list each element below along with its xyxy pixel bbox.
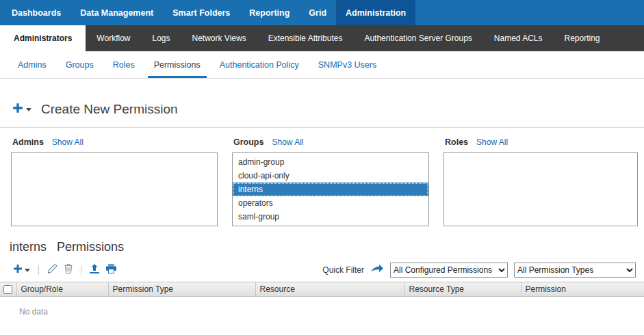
roles-column-header: Roles Show All — [445, 137, 638, 147]
subtab-admins[interactable]: Admins — [8, 51, 56, 78]
nav-data-management[interactable]: Data Management — [70, 0, 163, 25]
tab-named-acls[interactable]: Named ACLs — [483, 25, 554, 51]
trash-icon — [64, 264, 73, 276]
upload-button[interactable] — [90, 264, 99, 276]
caret-down-icon — [26, 108, 31, 111]
column-header-resource[interactable]: Resource — [255, 282, 404, 297]
subtab-authentication-policy[interactable]: Authentication Policy — [210, 51, 309, 78]
nav-smart-folders[interactable]: Smart Folders — [163, 0, 240, 25]
groups-column: Groups Show All admin-group cloud-api-on… — [232, 136, 429, 226]
permissions-table: Group/Role Permission Type Resource Reso… — [0, 282, 644, 335]
admins-label: Admins — [12, 137, 44, 147]
tertiary-nav: Admins Groups Roles Permissions Authenti… — [0, 51, 644, 79]
no-data-message: No data — [0, 297, 644, 335]
tab-network-views[interactable]: Network Views — [181, 25, 257, 51]
nav-administration[interactable]: Administration — [336, 0, 415, 25]
groups-listbox[interactable]: admin-group cloud-api-only interns opera… — [232, 152, 429, 226]
create-section-title: Create New Permission — [41, 102, 178, 117]
caret-down-icon — [25, 269, 30, 272]
groups-label: Groups — [233, 137, 263, 147]
list-item-selected[interactable]: interns — [233, 183, 428, 196]
permissions-toolbar: Quick Filter All Configured Permissions … — [10, 263, 636, 278]
select-all-checkbox[interactable] — [3, 285, 12, 294]
upload-icon — [90, 264, 99, 276]
secondary-nav: Administrators Workflow Logs Network Vie… — [0, 25, 644, 51]
add-button[interactable] — [13, 264, 30, 276]
tab-extensible-attributes[interactable]: Extensible Attributes — [257, 25, 354, 51]
primary-nav: Dashboards Data Management Smart Folders… — [0, 0, 644, 25]
create-permission-section: Create New Permission — [0, 102, 644, 128]
add-permission-button[interactable] — [12, 103, 31, 116]
column-header-resource-type[interactable]: Resource Type — [404, 282, 521, 297]
groups-show-all-link[interactable]: Show All — [272, 137, 303, 147]
quick-filter-label: Quick Filter — [322, 265, 364, 275]
tab-workflow[interactable]: Workflow — [86, 25, 141, 51]
empty-row: No data — [0, 297, 644, 335]
tab-authentication-server-groups[interactable]: Authentication Server Groups — [353, 25, 482, 51]
list-item[interactable]: cloud-api-only — [233, 169, 428, 183]
print-icon — [106, 264, 116, 276]
nav-grid[interactable]: Grid — [299, 0, 336, 25]
permissions-title: interns Permissions — [10, 240, 644, 254]
toolbar-separator — [38, 265, 39, 275]
edit-icon — [47, 264, 57, 276]
edit-button[interactable] — [47, 264, 57, 276]
permission-types-select[interactable]: All Permission Types — [514, 263, 636, 278]
admins-column: Admins Show All — [11, 136, 218, 226]
configured-permissions-select[interactable]: All Configured Permissions — [390, 263, 508, 278]
quick-filter-arrow-icon — [370, 264, 384, 276]
subtab-permissions[interactable]: Permissions — [144, 51, 210, 78]
delete-button[interactable] — [64, 264, 73, 276]
picker-row: Admins Show All Groups Show All admin-gr… — [0, 128, 644, 226]
roles-column: Roles Show All — [443, 136, 638, 226]
toolbar-separator — [81, 265, 81, 275]
admins-show-all-link[interactable]: Show All — [52, 137, 83, 147]
admins-column-header: Admins Show All — [12, 137, 218, 147]
nav-dashboards[interactable]: Dashboards — [2, 0, 70, 25]
permissions-title-label: Permissions — [57, 240, 124, 254]
subtab-roles[interactable]: Roles — [103, 51, 144, 78]
roles-listbox[interactable] — [443, 152, 638, 226]
header-checkbox-cell — [0, 282, 16, 297]
plus-icon — [12, 103, 23, 116]
create-permission-bar: Create New Permission — [12, 102, 644, 127]
tab-administrators[interactable]: Administrators — [0, 25, 86, 51]
quick-filter-area: Quick Filter All Configured Permissions … — [322, 263, 636, 278]
column-header-group-role[interactable]: Group/Role — [16, 282, 108, 297]
list-item[interactable]: operators — [233, 196, 428, 210]
column-header-permission-type[interactable]: Permission Type — [108, 282, 255, 297]
plus-icon — [13, 264, 23, 276]
tab-reporting[interactable]: Reporting — [554, 25, 611, 51]
list-item[interactable]: saml-group — [233, 210, 428, 224]
subtab-groups[interactable]: Groups — [56, 51, 103, 78]
list-item[interactable]: admin-group — [233, 155, 428, 169]
table-header-row: Group/Role Permission Type Resource Reso… — [0, 282, 644, 297]
roles-label: Roles — [445, 137, 468, 147]
roles-show-all-link[interactable]: Show All — [476, 137, 508, 147]
subtab-snmpv3-users[interactable]: SNMPv3 Users — [309, 51, 386, 78]
column-header-permission[interactable]: Permission — [521, 282, 644, 297]
admins-listbox[interactable] — [11, 152, 218, 226]
permissions-title-group-name: interns — [10, 240, 47, 254]
groups-column-header: Groups Show All — [233, 137, 429, 147]
tab-logs[interactable]: Logs — [141, 25, 181, 51]
print-button[interactable] — [106, 264, 116, 276]
nav-reporting[interactable]: Reporting — [240, 0, 299, 25]
